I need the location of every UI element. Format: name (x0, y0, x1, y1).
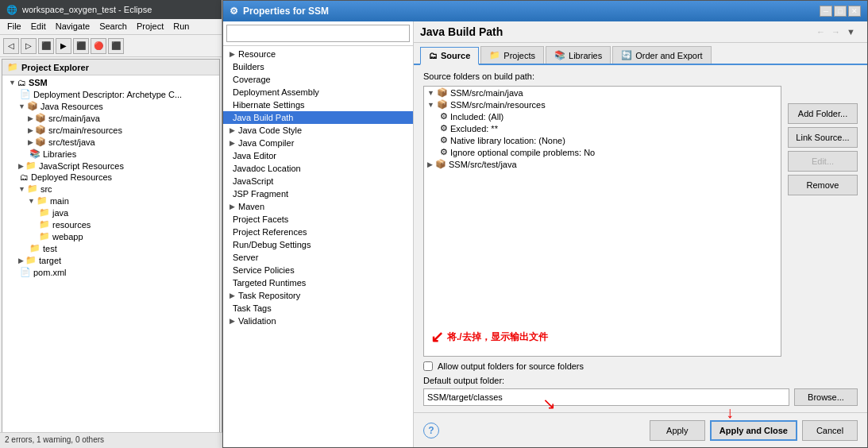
apply-button[interactable]: Apply (650, 420, 705, 441)
tree-src-main-resources[interactable]: ▶📦src/main/resources (2, 124, 219, 136)
link-source-button[interactable]: Link Source... Link Source (788, 127, 858, 148)
st-native[interactable]: ⚙ Native library location: (None) (424, 134, 781, 146)
tree-main[interactable]: ▼📁main (2, 195, 219, 207)
category-search-input[interactable] (226, 25, 410, 42)
cat-server[interactable]: Server (223, 251, 413, 264)
cat-project-facets[interactable]: Project Facets (223, 213, 413, 226)
build-path-panel: Java Build Path ← → ▼ 🗂 Source 📁 Project… (414, 21, 867, 447)
categories-panel: ▶Resource Builders Coverage Deployment A… (223, 21, 414, 447)
cat-java-code-style[interactable]: ▶Java Code Style (223, 124, 413, 137)
tree-java-resources[interactable]: ▼📦Java Resources (2, 100, 219, 112)
cat-resource[interactable]: ▶Resource (223, 48, 413, 60)
st-ssm-main-resources[interactable]: ▼ 📦 SSM/src/main/resources (424, 98, 781, 110)
eclipse-status-bar: 2 errors, 1 warning, 0 others (0, 432, 222, 448)
st-ignore[interactable]: ⚙ Ignore optional compile problems: No (424, 146, 781, 158)
tree-ssm[interactable]: ▼🗂SSM (2, 77, 219, 88)
add-folder-button[interactable]: Add Folder... (788, 103, 858, 124)
menu-search[interactable]: Search (95, 21, 131, 33)
browse-button[interactable]: Browse... (794, 388, 858, 406)
cat-run-debug[interactable]: Run/Debug Settings (223, 238, 413, 251)
cat-task-tags[interactable]: Task Tags (223, 302, 413, 315)
toolbar-btn-3[interactable]: ⬛ (38, 38, 54, 54)
pe-tree: ▼🗂SSM 📄Deployment Descriptor: Archetype … (2, 75, 219, 280)
cat-deployment-assembly[interactable]: Deployment Assembly (223, 86, 413, 98)
toolbar-btn-1[interactable]: ◁ (3, 38, 19, 54)
edit-button[interactable]: Edit... (788, 151, 858, 172)
annotation-down-arrow-icon: ↙ (430, 327, 444, 346)
tree-src[interactable]: ▼📁src (2, 183, 219, 195)
tree-js-resources[interactable]: ▶📁JavaScript Resources (2, 160, 219, 172)
menu-project[interactable]: Project (133, 21, 168, 33)
nav-forward-btn[interactable]: → (829, 26, 843, 37)
st-excluded[interactable]: ⚙ Excluded: ** (424, 122, 781, 134)
cat-hibernate[interactable]: Hibernate Settings (223, 98, 413, 111)
tab-order-export[interactable]: 🔄 Order and Export (612, 46, 711, 64)
apply-close-button[interactable]: Apply and Close (710, 420, 797, 441)
cat-task-repository[interactable]: ▶Task Repository (223, 289, 413, 302)
allow-output-label: Allow output folders for source folders (438, 361, 584, 371)
cat-validation[interactable]: ▶Validation (223, 315, 413, 327)
footer-buttons: Apply Apply and Close Cancel (650, 420, 858, 441)
tab-libraries[interactable]: 📚 Libraries (546, 46, 611, 64)
tab-source[interactable]: 🗂 Source (420, 47, 479, 65)
cat-javascript[interactable]: JavaScript (223, 175, 413, 187)
tree-deployment-descriptor[interactable]: 📄Deployment Descriptor: Archetype C... (2, 88, 219, 100)
toolbar-btn-4[interactable]: ▶ (56, 38, 71, 54)
dialog-maximize-btn[interactable]: □ (834, 6, 847, 17)
nav-back-btn[interactable]: ← (814, 26, 827, 37)
tree-java[interactable]: 📁java (2, 207, 219, 218)
menu-navigate[interactable]: Navigate (52, 21, 94, 33)
help-button[interactable]: ? (423, 423, 439, 438)
st-included[interactable]: ⚙ Included: (All) (424, 110, 781, 122)
default-output-label: Default output folder: (423, 376, 504, 385)
default-output-row: Default output folder: (423, 376, 858, 385)
cancel-button[interactable]: Cancel (802, 420, 858, 441)
cat-java-build-path[interactable]: Java Build Path (223, 111, 413, 124)
dialog-title-area: ⚙ Properties for SSM (230, 6, 329, 17)
tree-webapp[interactable]: 📁webapp (2, 230, 219, 242)
st-ssm-main-java[interactable]: ▼ 📦 SSM/src/main/java (424, 87, 781, 98)
cat-targeted-runtimes[interactable]: Targeted Runtimes (223, 276, 413, 289)
menu-run[interactable]: Run (169, 21, 193, 33)
cat-service-policies[interactable]: Service Policies (223, 264, 413, 276)
tab-projects[interactable]: 📁 Projects (480, 46, 544, 64)
toolbar-btn-5[interactable]: ⬛ (73, 38, 89, 54)
dialog-close-btn[interactable]: ✕ (848, 6, 861, 17)
tree-pom[interactable]: 📄pom.xml (2, 266, 219, 278)
cat-javadoc[interactable]: Javadoc Location (223, 162, 413, 175)
eclipse-toolbar: ◁ ▷ ⬛ ▶ ⬛ 🔴 ⬛ (0, 35, 222, 57)
tree-src-test-java[interactable]: ▶📦src/test/java (2, 136, 219, 148)
pe-label: Project Explorer (21, 63, 89, 72)
cat-jsp-fragment[interactable]: JSP Fragment (223, 187, 413, 200)
source-tree-area: ▼ 📦 SSM/src/main/java ▼ 📦 SSM/src/main/r… (423, 86, 781, 357)
cat-maven[interactable]: ▶Maven (223, 200, 413, 213)
tree-deployed-resources[interactable]: 🗂Deployed Resources (2, 172, 219, 183)
toolbar-btn-7[interactable]: ⬛ (108, 38, 124, 54)
menu-file[interactable]: File (3, 21, 25, 33)
side-buttons: Add Folder... Link Source... Link Source… (788, 86, 858, 357)
output-folder-input[interactable] (423, 388, 789, 406)
cat-java-compiler[interactable]: ▶Java Compiler (223, 137, 413, 149)
tree-src-main-java[interactable]: ▶📦src/main/java (2, 112, 219, 124)
tree-libraries[interactable]: 📚Libraries (2, 148, 219, 160)
remove-button[interactable]: Remove (788, 175, 858, 195)
tree-test[interactable]: 📁test (2, 242, 219, 254)
st-ssm-test-java[interactable]: ▶ 📦 SSM/src/test/java (424, 158, 781, 170)
eclipse-icon: 🌐 (6, 5, 17, 15)
cat-java-editor[interactable]: Java Editor (223, 149, 413, 162)
menu-edit[interactable]: Edit (27, 21, 50, 33)
allow-output-checkbox[interactable] (423, 361, 433, 371)
cat-coverage[interactable]: Coverage (223, 73, 413, 86)
tab-projects-label: Projects (503, 51, 535, 60)
tree-resources[interactable]: 📁resources (2, 218, 219, 230)
cat-project-references[interactable]: Project References (223, 226, 413, 238)
tab-source-icon: 🗂 (429, 51, 438, 60)
source-folders-label: Source folders on build path: (423, 71, 858, 81)
tree-target[interactable]: ▶📁target (2, 254, 219, 266)
cat-builders[interactable]: Builders (223, 60, 413, 73)
dialog-minimize-btn[interactable]: ─ (820, 6, 832, 17)
toolbar-btn-2[interactable]: ▷ (21, 38, 37, 54)
dialog-titlebar: ⚙ Properties for SSM ─ □ ✕ (223, 1, 867, 21)
toolbar-btn-6[interactable]: 🔴 (91, 38, 106, 54)
nav-dropdown-btn[interactable]: ▼ (844, 26, 858, 37)
